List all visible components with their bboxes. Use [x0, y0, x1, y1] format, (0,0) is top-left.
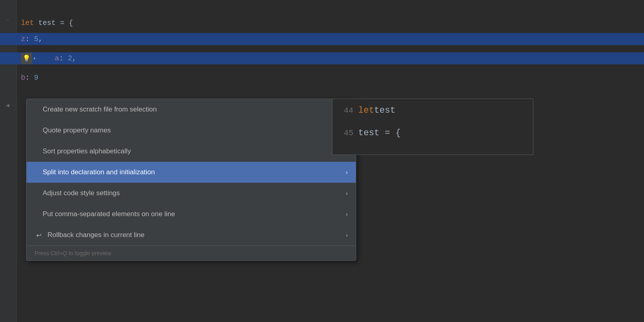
menu-item-create-scratch[interactable]: Create new scratch file from selection › [27, 99, 356, 120]
menu-item-adjust-code-style-arrow: › [346, 190, 348, 196]
num-9: 9 [34, 74, 38, 82]
ident-test: test [34, 19, 60, 27]
lightbulb-widget[interactable]: 💡 ▾ [21, 49, 53, 68]
menu-item-adjust-code-style-label: Adjust code style settings [43, 189, 346, 197]
menu-footer-text: Press Ctrl+Q to toggle preview [35, 250, 111, 256]
prop-z: z [21, 35, 25, 43]
menu-item-split-declaration[interactable]: Split into declaration and initializatio… [27, 162, 356, 183]
menu-item-split-declaration-arrow: › [346, 169, 348, 175]
lightbulb-icon[interactable]: 💡 [21, 53, 32, 64]
keyword-let: let [21, 19, 34, 27]
menu-item-comma-separated[interactable]: Put comma-separated elements on one line… [27, 204, 356, 225]
gutter: − ◀ [0, 0, 17, 322]
punct-colon-b: : [25, 74, 34, 82]
preview-line-45: 45 test = { [332, 122, 533, 144]
preview-test-eq: test = { [358, 128, 401, 138]
punct-comma-a: , [72, 54, 76, 62]
code-line-4: b : 9 [21, 72, 38, 84]
preview-panel: 44 let test 45 test = { [332, 99, 533, 155]
prop-b: b [21, 74, 25, 82]
menu-item-sort-properties[interactable]: Sort properties alphabetically › [27, 141, 356, 162]
menu-item-comma-separated-arrow: › [346, 211, 348, 217]
menu-item-sort-properties-label: Sort properties alphabetically [43, 147, 346, 155]
editor-area: − ◀ let test = { z : 5 , 💡 ▾ a : 2 , b :… [0, 0, 644, 322]
rollback-icon: ↩ [35, 231, 43, 239]
fold-icon[interactable]: − [4, 17, 11, 24]
menu-item-quote-property[interactable]: Quote property names › [27, 120, 356, 141]
menu-item-adjust-code-style[interactable]: Adjust code style settings › [27, 183, 356, 204]
prop-a: a [55, 54, 59, 62]
menu-item-create-scratch-label: Create new scratch file from selection [43, 105, 346, 114]
preview-kw-let: let [358, 105, 374, 116]
preview-ident-test: test [374, 105, 396, 116]
menu-item-rollback[interactable]: ↩ Rollback changes in current line › [27, 225, 356, 246]
num-2: 2 [68, 54, 72, 62]
punct-comma-z: , [38, 35, 43, 43]
code-line-3: 💡 ▾ a : 2 , [0, 52, 644, 64]
code-line-1: let test = { [21, 17, 73, 29]
punct-colon-a: : [59, 54, 68, 62]
context-menu: Create new scratch file from selection ›… [26, 99, 356, 261]
menu-footer: Press Ctrl+Q to toggle preview [27, 246, 356, 260]
code-line-2: z : 5 , [0, 33, 644, 45]
menu-item-split-declaration-label: Split into declaration and initializatio… [43, 168, 346, 176]
num-5: 5 [34, 35, 38, 43]
menu-item-quote-property-label: Quote property names [43, 126, 346, 134]
lightbulb-dropdown-arrow[interactable]: ▾ [33, 56, 36, 62]
preview-line-44: 44 let test [332, 99, 533, 122]
collapse-indicator[interactable]: ◀ [2, 101, 13, 109]
menu-item-rollback-arrow: › [346, 232, 348, 238]
preview-line-num-44: 44 [337, 106, 353, 115]
punct-eq: = { [60, 19, 73, 27]
punct-colon-z: : [25, 35, 34, 43]
menu-item-rollback-label: Rollback changes in current line [47, 231, 346, 239]
preview-line-num-45: 45 [337, 128, 353, 138]
menu-item-comma-separated-label: Put comma-separated elements on one line [43, 210, 346, 218]
